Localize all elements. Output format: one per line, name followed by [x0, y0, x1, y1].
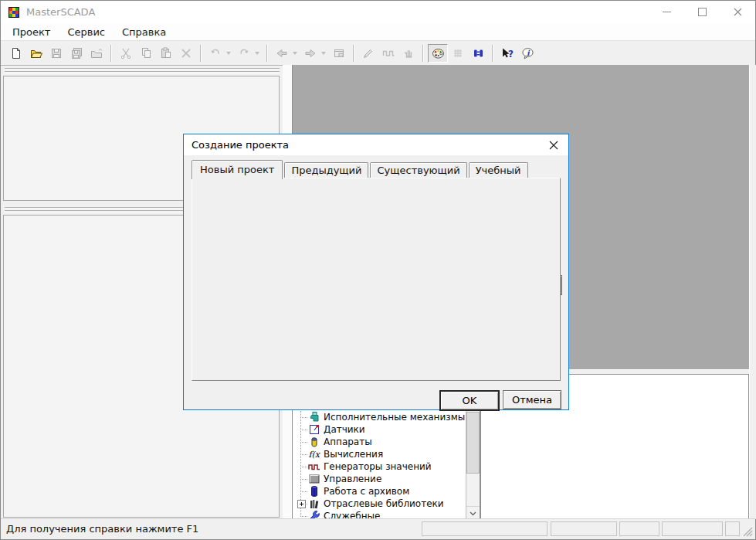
delete-cross-icon	[180, 47, 192, 59]
info-balloon-icon: i	[521, 47, 534, 59]
toolbar-separator	[353, 45, 354, 62]
close-icon	[734, 8, 742, 16]
open-button[interactable]	[26, 44, 46, 63]
minimize-icon	[663, 12, 671, 12]
tree-item[interactable]: Исполнительные механизмы	[293, 411, 466, 423]
palette-icon	[432, 47, 445, 59]
menu-bar: Проект Сервис Справка	[1, 23, 755, 40]
actuator-icon	[308, 411, 320, 423]
tree-item[interactable]: Работа с архивом	[293, 485, 466, 498]
tree-item[interactable]: Генераторы значений	[293, 460, 466, 473]
windows-button[interactable]	[329, 44, 349, 63]
ok-button[interactable]: OK	[439, 390, 500, 411]
tree-item[interactable]: Датчики	[293, 423, 466, 436]
help-arrow-icon: ?	[500, 47, 514, 59]
copy-icon	[140, 47, 152, 59]
window-controls	[649, 1, 755, 23]
save-all-button[interactable]	[66, 44, 86, 63]
maximize-button[interactable]	[684, 1, 720, 23]
scissors-icon	[120, 47, 132, 59]
save-all-icon	[70, 47, 83, 59]
panel-gripper[interactable]	[5, 71, 280, 73]
tree-item[interactable]: f(x) Вычисления	[293, 448, 466, 460]
status-panel	[662, 521, 723, 536]
dialog-title-bar: Создание проекта	[184, 134, 568, 155]
save-project-button[interactable]	[86, 44, 107, 63]
signals-button[interactable]	[378, 44, 398, 63]
svg-text:?: ?	[508, 48, 514, 59]
edit-button[interactable]	[358, 44, 378, 63]
back-dropdown-icon[interactable]	[293, 52, 297, 55]
tree-item-label: Работа с архивом	[324, 486, 409, 497]
forward-arrow-icon	[304, 47, 317, 59]
delete-button[interactable]	[176, 44, 196, 63]
dialog-close-button[interactable]	[544, 138, 563, 153]
device-icon	[308, 436, 320, 448]
menu-service[interactable]: Сервис	[59, 25, 114, 39]
tree-item[interactable]: Управление	[293, 473, 466, 485]
function-icon: f(x)	[308, 448, 320, 460]
tree-item[interactable]: Отраслевые библиотеки	[293, 498, 466, 510]
redo-button[interactable]	[234, 44, 254, 63]
tree-item-label: Управление	[324, 474, 381, 484]
toolbar-separator	[492, 45, 493, 62]
links-button[interactable]	[468, 44, 488, 63]
maximize-icon	[698, 8, 707, 16]
about-button[interactable]: i	[517, 44, 537, 63]
toolbar-separator	[200, 45, 202, 62]
status-bar: Для получения справки нажмите F1	[1, 518, 755, 539]
palette-button[interactable]	[428, 44, 448, 63]
redo-icon	[238, 47, 250, 59]
tab-existing[interactable]: Существующий	[370, 162, 466, 178]
tree-item-label: Исполнительные механизмы	[324, 412, 465, 423]
menu-project[interactable]: Проект	[4, 25, 59, 39]
tab-content-panel	[192, 178, 561, 381]
back-arrow-icon	[276, 47, 288, 59]
square-wave-icon	[382, 47, 395, 59]
net-button[interactable]	[448, 44, 468, 63]
copy-button[interactable]	[136, 44, 156, 63]
close-button[interactable]	[720, 1, 755, 23]
status-panel	[725, 521, 740, 536]
forward-dropdown-icon[interactable]	[321, 52, 326, 55]
expand-plus-icon[interactable]	[297, 500, 306, 508]
cut-button[interactable]	[116, 44, 136, 63]
new-document-icon	[10, 47, 22, 59]
tab-previous[interactable]: Предыдущий	[284, 162, 368, 178]
paste-button[interactable]	[156, 44, 176, 63]
grid-icon	[452, 47, 464, 59]
tree-item[interactable]: Аппараты	[293, 436, 466, 448]
tab-new-project[interactable]: Новый проект	[192, 160, 283, 179]
undo-button[interactable]	[205, 44, 225, 63]
cancel-button[interactable]: Отмена	[503, 390, 561, 409]
open-folder-icon	[30, 47, 43, 59]
tree-item-label: Отраслевые библиотеки	[324, 498, 444, 509]
tab-training[interactable]: Учебный	[469, 162, 528, 178]
back-button[interactable]	[272, 44, 292, 63]
toolbar: ? i	[1, 40, 755, 66]
panel-gripper[interactable]	[5, 68, 280, 70]
status-panel	[619, 521, 659, 536]
create-project-dialog: Создание проекта Новый проект Предыдущий…	[183, 134, 569, 410]
forward-button[interactable]	[300, 44, 320, 63]
new-button[interactable]	[6, 44, 26, 63]
scrollbar-thumb[interactable]	[466, 412, 480, 474]
context-help-button[interactable]: ?	[497, 44, 517, 63]
resize-grip-icon[interactable]	[742, 526, 753, 537]
save-button[interactable]	[46, 44, 66, 63]
window-title: MasterSCADA	[26, 6, 95, 18]
title-bar: MasterSCADA	[1, 1, 755, 23]
redo-dropdown-icon[interactable]	[255, 52, 259, 55]
tree-item-label: Датчики	[324, 424, 365, 435]
undo-dropdown-icon[interactable]	[226, 52, 231, 55]
pencil-icon	[362, 47, 375, 59]
save-icon	[50, 47, 63, 59]
minimize-button[interactable]	[649, 1, 684, 23]
app-logo-icon	[8, 6, 20, 19]
tree-item-label: Вычисления	[324, 449, 383, 460]
pan-button[interactable]	[398, 44, 419, 63]
menu-help[interactable]: Справка	[114, 25, 175, 39]
window-icon	[333, 47, 345, 59]
generator-icon	[308, 460, 320, 473]
tree-item-label: Генераторы значений	[324, 461, 432, 472]
